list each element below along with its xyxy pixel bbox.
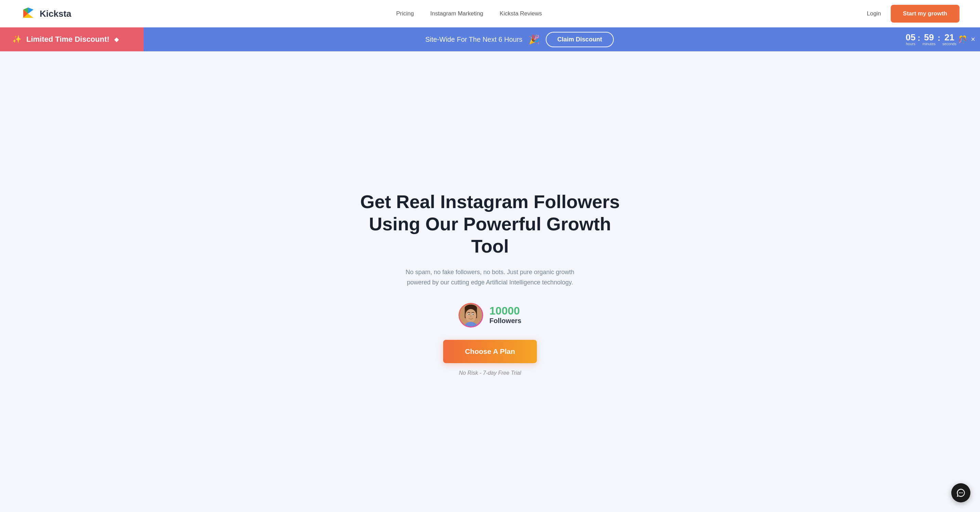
- timer-hours-num: 05: [906, 33, 916, 42]
- banner-close-button[interactable]: ×: [971, 36, 975, 43]
- discount-banner: ✨ Limited Time Discount! ◆ Site-Wide For…: [0, 27, 980, 51]
- timer-colon-2: :: [938, 33, 940, 46]
- follower-count: 10000: [489, 305, 521, 316]
- timer-minutes-label: minutes: [922, 42, 935, 46]
- svg-point-9: [473, 314, 474, 315]
- countdown-timer: 05 hours : 59 minutes : 21 seconds 🎊: [896, 33, 980, 46]
- navbar: Kicksta Pricing Instagram Marketing Kick…: [0, 0, 980, 27]
- banner-limited-text: Limited Time Discount!: [26, 35, 110, 44]
- follower-display: 10000 Followers: [458, 303, 521, 327]
- svg-point-11: [473, 316, 476, 317]
- timer-hours-label: hours: [906, 42, 915, 46]
- avatar: [460, 304, 482, 327]
- logo: Kicksta: [21, 6, 72, 21]
- banner-center: Site-Wide For The Next 6 Hours 🎉 Claim D…: [144, 32, 896, 47]
- svg-point-14: [962, 493, 963, 493]
- svg-point-10: [466, 316, 468, 317]
- free-trial-text: No Risk - 7-day Free Trial: [459, 370, 521, 376]
- follower-label: Followers: [489, 317, 521, 325]
- hero-subtitle: No spam, no fake followers, no bots. Jus…: [394, 267, 586, 288]
- follower-text: 10000 Followers: [489, 305, 521, 325]
- avatar-image: [460, 304, 482, 327]
- party-icon: 🎉: [529, 34, 539, 45]
- timer-colon-1: :: [918, 33, 920, 46]
- logo-icon: [21, 6, 35, 21]
- claim-discount-button[interactable]: Claim Discount: [546, 32, 614, 47]
- svg-point-12: [959, 493, 960, 493]
- hero-title: Get Real Instagram Followers Using Our P…: [356, 191, 624, 257]
- avatar-ring: [458, 303, 483, 327]
- navbar-right: Login Start my growth: [867, 5, 959, 22]
- confetti-left-icon: ✨: [12, 35, 22, 44]
- chat-bubble-button[interactable]: [951, 483, 970, 502]
- timer-seconds-num: 21: [945, 33, 955, 42]
- banner-diamond-icon: ◆: [114, 36, 119, 43]
- banner-left: ✨ Limited Time Discount! ◆: [0, 27, 144, 51]
- timer-seconds-label: seconds: [942, 42, 956, 46]
- nav-instagram-marketing[interactable]: Instagram Marketing: [430, 10, 483, 17]
- nav-links: Pricing Instagram Marketing Kicksta Revi…: [396, 10, 542, 17]
- timer-hours: 05 hours: [906, 33, 916, 46]
- choose-plan-button[interactable]: Choose A Plan: [443, 340, 537, 363]
- chat-icon: [956, 488, 966, 498]
- banner-site-wide-text: Site-Wide For The Next 6 Hours: [425, 36, 522, 43]
- nav-pricing[interactable]: Pricing: [396, 10, 414, 17]
- login-link[interactable]: Login: [867, 10, 881, 17]
- logo-text: Kicksta: [40, 8, 72, 19]
- timer-seconds: 21 seconds: [942, 33, 956, 46]
- confetti-right-icon: 🎊: [958, 35, 967, 43]
- svg-point-8: [468, 314, 470, 315]
- nav-reviews[interactable]: Kicksta Reviews: [500, 10, 542, 17]
- hero-section: Get Real Instagram Followers Using Our P…: [0, 51, 980, 512]
- timer-minutes: 59 minutes: [922, 33, 935, 46]
- timer-minutes-num: 59: [924, 33, 934, 42]
- start-growth-button[interactable]: Start my growth: [891, 5, 959, 22]
- svg-point-13: [961, 493, 961, 493]
